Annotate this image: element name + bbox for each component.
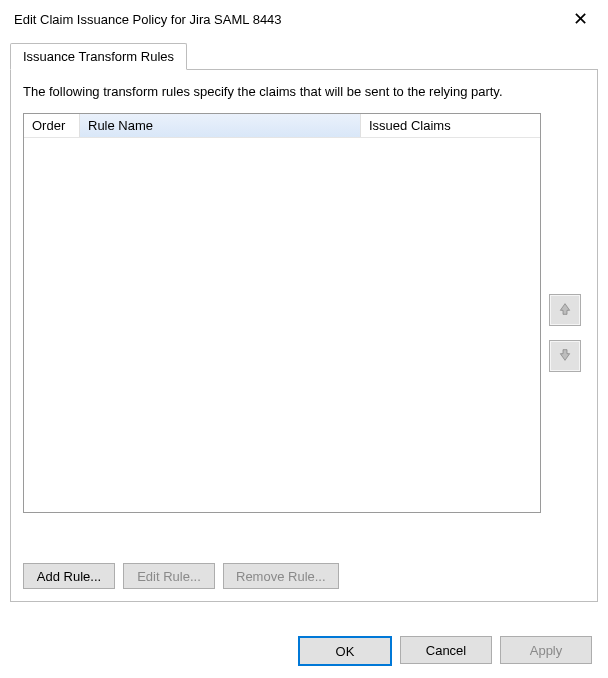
description-text: The following transform rules specify th… — [23, 84, 585, 99]
rules-area: Order Rule Name Issued Claims — [23, 113, 585, 553]
rules-body — [24, 138, 540, 512]
close-icon[interactable]: ✕ — [567, 8, 594, 30]
ok-button[interactable]: OK — [298, 636, 392, 666]
tab-panel: The following transform rules specify th… — [10, 69, 598, 602]
remove-rule-button[interactable]: Remove Rule... — [223, 563, 339, 589]
tab-issuance-transform-rules[interactable]: Issuance Transform Rules — [10, 43, 187, 70]
rules-table[interactable]: Order Rule Name Issued Claims — [23, 113, 541, 513]
reorder-buttons — [549, 113, 585, 553]
tab-strip: Issuance Transform Rules — [10, 43, 598, 70]
column-issued-claims[interactable]: Issued Claims — [360, 114, 540, 137]
column-rule-name[interactable]: Rule Name — [79, 114, 360, 137]
titlebar: Edit Claim Issuance Policy for Jira SAML… — [0, 0, 608, 36]
dialog-button-row: OK Cancel Apply — [298, 636, 592, 666]
apply-button[interactable]: Apply — [500, 636, 592, 664]
rule-button-row: Add Rule... Edit Rule... Remove Rule... — [23, 563, 585, 589]
edit-rule-button[interactable]: Edit Rule... — [123, 563, 215, 589]
add-rule-button[interactable]: Add Rule... — [23, 563, 115, 589]
move-up-button[interactable] — [549, 294, 581, 326]
cancel-button[interactable]: Cancel — [400, 636, 492, 664]
arrow-up-icon — [557, 301, 573, 320]
column-order[interactable]: Order — [24, 114, 79, 137]
rules-header: Order Rule Name Issued Claims — [24, 114, 540, 138]
move-down-button[interactable] — [549, 340, 581, 372]
window-title: Edit Claim Issuance Policy for Jira SAML… — [14, 12, 282, 27]
dialog-content: Issuance Transform Rules The following t… — [10, 42, 598, 602]
arrow-down-icon — [557, 347, 573, 366]
